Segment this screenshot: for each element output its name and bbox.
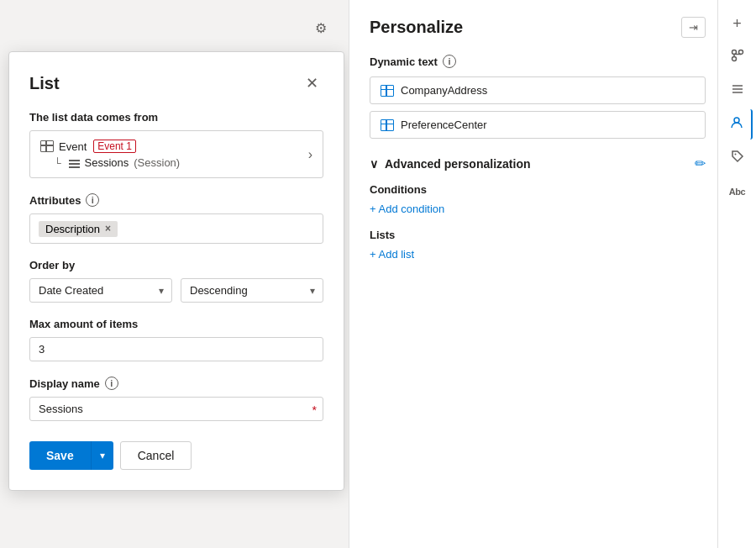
order-field-select[interactable]: Date Created: [29, 278, 172, 303]
branch-icon-button[interactable]: [722, 42, 753, 72]
table-icon: [40, 140, 54, 152]
abc-icon-button[interactable]: Abc: [722, 177, 753, 207]
list-modal: List ✕ The list data comes from Event Ev…: [8, 51, 344, 491]
modal-title: List: [29, 74, 60, 93]
modal-header: List ✕: [29, 72, 323, 94]
panel-title: Personalize: [370, 18, 463, 37]
forward-icon: ⇥: [689, 21, 698, 34]
person-icon: [729, 115, 744, 134]
data-source-content: Event Event 1 └ Sessions (Session): [40, 140, 180, 169]
lists-label: Lists: [370, 229, 706, 241]
attribute-tag-label: Description: [45, 223, 100, 235]
save-button-group: Save ▾: [29, 441, 113, 470]
add-list-link[interactable]: + Add list: [370, 248, 706, 261]
session-label: Sessions: [85, 156, 129, 169]
attributes-label: Attributes i: [29, 193, 323, 207]
order-by-label: Order by: [29, 259, 323, 271]
close-button[interactable]: ✕: [301, 72, 323, 94]
display-name-label: Display name i: [29, 377, 323, 390]
order-section: Order by Date Created ▾ Descending ▾: [29, 259, 323, 303]
pencil-icon: ✏: [695, 156, 706, 171]
left-area: ⚙ List ✕ The list data comes from Event …: [0, 0, 349, 548]
person-icon-button[interactable]: [722, 109, 753, 140]
attribute-tag: Description ×: [39, 221, 118, 237]
panel-header: Personalize ⇥: [370, 17, 706, 38]
conditions-label: Conditions: [370, 183, 706, 196]
attribute-tag-close[interactable]: ×: [105, 223, 111, 234]
personalize-panel: Personalize ⇥ Dynamic text i CompanyAddr…: [349, 0, 756, 548]
save-dropdown-button[interactable]: ▾: [91, 441, 113, 470]
attributes-info-icon: i: [86, 193, 99, 207]
event-tag: Event 1: [93, 140, 136, 153]
advanced-title-label: Advanced personalization: [385, 157, 530, 171]
dynamic-text-section: Dynamic text i CompanyAddress Preference…: [370, 55, 706, 139]
conditions-subsection: Conditions + Add condition: [370, 183, 706, 215]
edit-icon-button[interactable]: ✏: [695, 155, 706, 171]
gear-icon: ⚙: [315, 20, 327, 36]
add-condition-link[interactable]: + Add condition: [370, 203, 706, 215]
forward-icon-button[interactable]: ⇥: [681, 17, 706, 38]
indent-icon: └: [54, 157, 61, 169]
attributes-section: Attributes i Description ×: [29, 193, 323, 244]
session-tag: (Session): [134, 156, 180, 169]
token-field-1[interactable]: CompanyAddress: [370, 76, 706, 104]
dynamic-text-info-icon: i: [443, 55, 456, 68]
max-amount-input[interactable]: [29, 337, 323, 361]
advanced-section: ∨ Advanced personalization ✏ Conditions …: [370, 155, 706, 261]
session-row: └ Sessions (Session): [54, 156, 180, 169]
chevron-down-icon: ∨: [370, 157, 378, 171]
order-direction-select[interactable]: Descending: [181, 278, 323, 303]
display-name-section: Display name i *: [29, 377, 323, 421]
list-menu-icon: [730, 82, 745, 100]
list-icon-button[interactable]: [722, 76, 753, 106]
add-icon-button[interactable]: +: [722, 8, 753, 39]
list-icon: [66, 158, 80, 168]
data-source-box[interactable]: Event Event 1 └ Sessions (Session) ›: [29, 130, 323, 178]
data-source-section: The list data comes from Event Event 1 └…: [29, 111, 323, 178]
data-source-label: The list data comes from: [29, 111, 323, 124]
branch-icon: [730, 48, 745, 66]
cancel-button[interactable]: Cancel: [120, 441, 192, 470]
token-icon-2: [381, 119, 394, 131]
dynamic-text-label: Dynamic text i: [370, 55, 706, 68]
save-button[interactable]: Save: [29, 441, 91, 470]
max-amount-section: Max amount of items: [29, 318, 323, 361]
token-field-2[interactable]: PreferenceCenter: [370, 111, 706, 139]
token-icon-1: [381, 85, 394, 97]
display-name-input[interactable]: [29, 397, 323, 421]
tag-icon: [730, 149, 745, 167]
right-content: Personalize ⇥ Dynamic text i CompanyAddr…: [349, 0, 756, 548]
display-name-info-icon: i: [105, 377, 118, 390]
event-row: Event Event 1: [40, 140, 180, 153]
advanced-header: ∨ Advanced personalization ✏: [370, 155, 706, 171]
lists-subsection: Lists + Add list: [370, 229, 706, 261]
max-amount-label: Max amount of items: [29, 318, 323, 330]
token-label-2: PreferenceCenter: [401, 119, 487, 131]
required-star: *: [312, 403, 317, 417]
order-field-wrap: Date Created ▾: [29, 278, 172, 303]
abc-icon: Abc: [729, 187, 745, 197]
svg-point-2: [732, 57, 736, 61]
chevron-right-icon: ›: [308, 147, 312, 162]
svg-point-9: [734, 154, 736, 155]
icon-sidebar: +: [717, 0, 756, 548]
token-label-1: CompanyAddress: [401, 84, 487, 97]
plus-icon: +: [732, 15, 742, 33]
svg-point-8: [734, 118, 739, 123]
modal-footer: Save ▾ Cancel: [29, 441, 323, 470]
settings-icon-area: ⚙: [8, 8, 340, 51]
settings-icon-button[interactable]: ⚙: [306, 13, 336, 43]
tag-icon-button[interactable]: [722, 143, 753, 173]
advanced-title-toggle[interactable]: ∨ Advanced personalization: [370, 157, 530, 171]
order-row: Date Created ▾ Descending ▾: [29, 278, 323, 303]
event-label: Event: [59, 140, 87, 153]
attributes-input[interactable]: Description ×: [29, 213, 323, 244]
order-direction-wrap: Descending ▾: [181, 278, 323, 303]
